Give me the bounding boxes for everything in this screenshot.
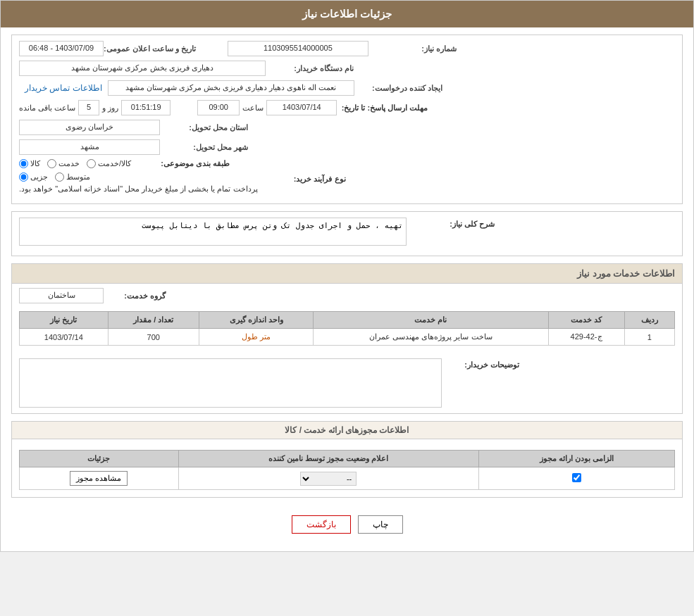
category-option-kala-khadamat: کالا/خدمت bbox=[87, 159, 131, 168]
cell-code: ج-42-429 bbox=[548, 329, 624, 346]
city-label: شهر محل تحویل: bbox=[160, 143, 252, 152]
license-col-detail: جزئیات bbox=[20, 451, 179, 467]
reply-time-label: ساعت bbox=[242, 103, 264, 113]
cell-qty: 700 bbox=[108, 329, 199, 346]
group-value: ساختمان bbox=[19, 288, 104, 303]
buyer-label: نام دستگاه خریدار: bbox=[266, 64, 357, 73]
date-label: تاریخ و ساعت اعلان عمومی: bbox=[104, 44, 199, 54]
main-info-section: شماره نیاز: 1103095514000005 تاریخ و ساع… bbox=[11, 34, 683, 204]
col-row: ردیف bbox=[624, 312, 674, 329]
remaining-suffix: ساعت باقی مانده bbox=[19, 103, 75, 113]
license-col-required: الزامی بودن ارائه مجوز bbox=[478, 451, 674, 467]
process-label: نوع فرآیند خرید: bbox=[258, 172, 349, 184]
license-title: اطلاعات مجوزهای ارائه خدمت / کالا bbox=[12, 422, 682, 439]
services-section: اطلاعات خدمات مورد نیاز گروه خدمت: ساختم… bbox=[11, 263, 683, 414]
cell-name: ساخت سایر پروژه‌های مهندسی عمران bbox=[314, 329, 548, 346]
province-row: استان محل تحویل: خراسان رضوی bbox=[19, 120, 675, 135]
table-row: 1 ج-42-429 ساخت سایر پروژه‌های مهندسی عم… bbox=[20, 329, 675, 346]
description-label: شرح کلی نیاز: bbox=[407, 218, 498, 229]
footer-buttons: چاپ بازگشت bbox=[11, 505, 683, 544]
creator-value: نعمت اله ناهوی دهیار دهیاری فریزی بخش مر… bbox=[108, 80, 354, 96]
category-radio-group: کالا/خدمت خدمت کالا bbox=[19, 159, 131, 168]
remaining-days-label: روز و bbox=[102, 103, 118, 113]
back-button[interactable]: بازگشت bbox=[292, 515, 351, 534]
info-grid: شماره نیاز: 1103095514000005 تاریخ و ساع… bbox=[12, 35, 682, 203]
creator-row: ایجاد کننده درخواست: نعمت اله ناهوی دهیا… bbox=[19, 80, 675, 96]
page-title: جزئیات اطلاعات نیاز bbox=[302, 8, 392, 20]
date-value: 1403/07/09 - 06:48 bbox=[19, 41, 104, 56]
category-radio-kala-khadamat[interactable] bbox=[87, 159, 96, 168]
col-code: کد خدمت bbox=[548, 312, 624, 329]
license-section: اطلاعات مجوزهای ارائه خدمت / کالا الزامی… bbox=[11, 421, 683, 498]
cell-row: 1 bbox=[624, 329, 674, 346]
category-option-khadamat: خدمت bbox=[47, 159, 80, 168]
category-radio-khadamat[interactable] bbox=[47, 159, 56, 168]
col-qty: تعداد / مقدار bbox=[108, 312, 199, 329]
license-status-select[interactable]: -- bbox=[300, 472, 357, 486]
remaining-time: 01:51:19 bbox=[121, 100, 171, 115]
license-detail-cell: مشاهده مجوز bbox=[20, 467, 179, 490]
col-name: نام خدمت bbox=[314, 312, 548, 329]
category-option-kala: کالا bbox=[19, 159, 40, 168]
category-radio-kala[interactable] bbox=[19, 159, 28, 168]
page-header: جزئیات اطلاعات نیاز bbox=[1, 1, 693, 27]
process-radio-row: متوسط جزیی bbox=[19, 172, 90, 182]
need-number-row: شماره نیاز: 1103095514000005 تاریخ و ساع… bbox=[19, 41, 675, 56]
cell-date: 1403/07/14 bbox=[20, 329, 109, 346]
process-option-motavaset: متوسط bbox=[55, 172, 90, 182]
city-value: مشهد bbox=[19, 139, 160, 155]
license-required-checkbox[interactable] bbox=[572, 473, 581, 482]
buyer-notes-textarea[interactable] bbox=[19, 358, 442, 408]
group-label: گروه خدمت: bbox=[109, 291, 166, 301]
province-label: استان محل تحویل: bbox=[160, 123, 252, 132]
need-number-value: 1103095514000005 bbox=[228, 41, 368, 56]
license-status-cell: -- bbox=[178, 467, 478, 490]
license-col-status: اعلام وضعیت مجوز توسط نامین کننده bbox=[178, 451, 478, 467]
contact-link[interactable]: اطلاعات تماس خریدار bbox=[25, 83, 102, 93]
view-license-button[interactable]: مشاهده مجوز bbox=[70, 471, 128, 486]
process-radio-motavaset[interactable] bbox=[55, 172, 64, 182]
process-radio-jozi[interactable] bbox=[19, 172, 28, 182]
description-textarea[interactable] bbox=[19, 218, 407, 246]
process-row: نوع فرآیند خرید: متوسط جزیی bbox=[19, 172, 675, 194]
print-button[interactable]: چاپ bbox=[358, 515, 403, 534]
license-row: -- مشاهده مجوز bbox=[20, 467, 675, 490]
need-number-label: شماره نیاز: bbox=[368, 44, 460, 54]
reply-deadline-row: مهلت ارسال پاسخ: تا تاریخ: 1403/07/14 سا… bbox=[19, 100, 675, 115]
category-label-kala-khadamat: کالا/خدمت bbox=[98, 159, 131, 168]
process-option-jozi: جزیی bbox=[19, 172, 48, 182]
process-label-jozi: جزیی bbox=[30, 172, 48, 182]
reply-date: 1403/07/14 bbox=[266, 100, 337, 115]
col-unit: واحد اندازه گیری bbox=[199, 312, 313, 329]
city-row: شهر محل تحویل: مشهد bbox=[19, 139, 675, 155]
col-date: تاریخ نیاز bbox=[20, 312, 109, 329]
process-options: متوسط جزیی پرداخت تمام یا بخشی از مبلغ خ… bbox=[19, 172, 258, 194]
reply-time: 09:00 bbox=[197, 100, 240, 115]
buyer-row: نام دستگاه خریدار: دهیاری فریزی بخش مرکز… bbox=[19, 61, 675, 76]
buyer-notes-label: توضیحات خریدار: bbox=[449, 358, 519, 370]
description-row: شرح کلی نیاز: bbox=[19, 218, 675, 246]
category-label: طبقه بندی موضوعی: bbox=[142, 159, 233, 168]
category-label-khadamat: خدمت bbox=[58, 159, 80, 168]
services-table: ردیف کد خدمت نام خدمت واحد اندازه گیری ت… bbox=[19, 311, 675, 346]
license-required-cell bbox=[478, 467, 674, 490]
services-title: اطلاعات خدمات مورد نیاز bbox=[12, 264, 682, 284]
remaining-days: 5 bbox=[78, 100, 99, 115]
description-section: شرح کلی نیاز: bbox=[11, 211, 683, 256]
province-value: خراسان رضوی bbox=[19, 120, 160, 135]
buyer-value: دهیاری فریزی بخش مرکزی شهرستان مشهد bbox=[19, 61, 266, 76]
category-label-kala: کالا bbox=[30, 159, 40, 168]
cell-unit: متر طول bbox=[199, 329, 313, 346]
process-label-motavaset: متوسط bbox=[66, 172, 90, 182]
creator-label: ایجاد کننده درخواست: bbox=[354, 84, 446, 93]
buyer-notes-row: توضیحات خریدار: bbox=[12, 353, 682, 413]
group-row: گروه خدمت: ساختمان bbox=[12, 284, 682, 308]
license-table: الزامی بودن ارائه مجوز اعلام وضعیت مجوز … bbox=[19, 450, 675, 490]
reply-deadline-label: مهلت ارسال پاسخ: تا تاریخ: bbox=[340, 103, 431, 113]
category-row: طبقه بندی موضوعی: کالا/خدمت خدمت کالا bbox=[19, 159, 675, 168]
process-note: پرداخت تمام یا بخشی از مبلغ خریدار محل "… bbox=[19, 184, 258, 194]
